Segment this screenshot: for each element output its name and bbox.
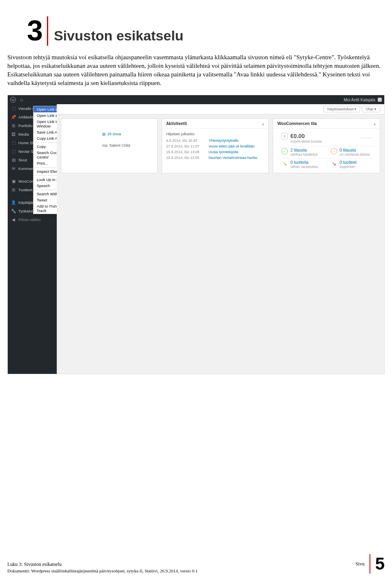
card-title: WooCommercen tila <box>277 121 317 126</box>
sidebar-item-label: Tuotteet <box>18 188 33 192</box>
sales-amount: €0.00 <box>290 133 322 139</box>
dashboard-card-woocommerce: WooCommercen tila ▴ ⫾ €0.00 myynti tässä… <box>273 118 380 173</box>
footer-red-divider <box>370 554 370 574</box>
stock-down-icon: ↘ <box>281 160 288 167</box>
chapter-number: 3 <box>27 16 48 46</box>
sidebar-item-label: Työkalut <box>18 209 33 213</box>
activity-time: 15.8.2014, klo 12:05 <box>166 156 205 160</box>
sidebar-item-label: Käyttäjät <box>18 200 33 205</box>
pages-icon: ▤ <box>102 132 106 136</box>
wp-main-area: Näyttöasetukset ▾ Ohje ▾ ▤ 28 sivua ma: … <box>57 104 384 374</box>
sidebar-item-icon: 📌 <box>11 115 16 119</box>
low-stock-link[interactable]: 0 tuotteita <box>290 160 318 165</box>
home-icon[interactable]: ⌂ <box>20 97 23 103</box>
sidebar-item-icon: ⬚ <box>11 149 16 154</box>
sidebar-item-icon: ◀ <box>11 217 16 222</box>
sidebar-item-icon: 👤 <box>11 200 16 205</box>
card-title: Aktiviteetti <box>166 121 187 126</box>
sales-sub: myynti tässä kuussa <box>290 139 322 143</box>
chapter-header: 3 Sivuston esikatselu <box>27 16 385 46</box>
sidebar-item-icon: 🔧 <box>11 209 16 213</box>
out-of-stock-link[interactable]: 0 tuotteet <box>340 160 357 165</box>
activity-time: 15.8.2014, klo 13:08 <box>166 150 205 154</box>
activity-post-link[interactable]: Uusia työntekijöitä <box>209 150 238 154</box>
sidebar-item[interactable]: ◀Piilota valikko <box>8 215 57 224</box>
orders-processing-link[interactable]: 2 tilausta <box>290 148 317 152</box>
sidebar-item-label: Artikkelit <box>18 115 33 119</box>
footer-chapter: Luku 3: Sivuston esikatselu <box>7 561 198 568</box>
help-tab[interactable]: Ohje ▾ <box>362 106 380 112</box>
wordpress-screenshot: W ⌂ Moi Antti Katajala ⬚Vieraile siv📌Art… <box>7 95 385 374</box>
orders-onhold-link[interactable]: 0 tilausta <box>340 148 370 152</box>
wordpress-logo-icon[interactable]: W <box>10 97 16 103</box>
card-collapse-icon[interactable]: ▴ <box>262 121 264 126</box>
dashboard-card-activity: Aktiviteetti ▴ Hiljattain julkaistu 9.9.… <box>162 118 269 173</box>
stock-out-icon: ↘ <box>331 160 337 167</box>
theme-text: ma: Salient Child. <box>102 143 153 147</box>
activity-post-link[interactable]: Yhteistyöyrityksille <box>209 139 239 143</box>
activity-time: 27.8.2014, klo 11:07 <box>166 144 205 148</box>
sidebar-item-icon: ⊞ <box>11 123 16 128</box>
sidebar-item-label: Portfolio <box>18 123 33 128</box>
footer-document-info: Dokumentti: Wordpress sisällönhallintajä… <box>7 568 198 574</box>
body-paragraph-1: Sivustoon tehtyjä muutoksia voi esikatse… <box>7 53 385 87</box>
sidebar-item-label: Media <box>18 132 29 136</box>
sidebar-item-icon: ⬚ <box>11 141 16 145</box>
activity-time: 9.9.2014, klo 16:42 <box>166 139 205 143</box>
dashboard-card-ataglance: ▤ 28 sivua ma: Salient Child. <box>61 118 158 173</box>
minus-icon: − <box>331 148 337 154</box>
sidebar-item-label: Piilota valikko <box>18 218 41 222</box>
activity-row: 9.9.2014, klo 16:42Yhteistyöyrityksille <box>166 138 265 143</box>
wp-screen-tabs: Näyttöasetukset ▾ Ohje ▾ <box>57 104 384 114</box>
footer-page-number: 5 <box>375 554 385 574</box>
greeting-text[interactable]: Moi Antti Katajala <box>344 98 375 102</box>
sparkline <box>359 138 372 138</box>
sidebar-item-icon: ▤ <box>11 158 16 162</box>
sidebar-item-icon: ⊞ <box>11 188 16 192</box>
sidebar-item-icon: ▣ <box>11 179 16 183</box>
sidebar-item-icon: ✉ <box>11 166 16 171</box>
footer-page-label: Sivu <box>356 561 365 567</box>
chapter-title: Sivuston esikatselu <box>48 16 183 42</box>
sidebar-item-icon: ⬚ <box>11 106 16 111</box>
sidebar-item-icon: 🖾 <box>11 132 16 136</box>
activity-subtitle: Hiljattain julkaistu <box>166 132 265 136</box>
wp-admin-topbar: W ⌂ Moi Antti Katajala <box>8 95 384 104</box>
check-icon: ✓ <box>281 148 288 154</box>
activity-post-link[interactable]: Nuorten VertaisVerstas-hanke <box>209 156 258 160</box>
card-collapse-icon[interactable]: ▴ <box>374 121 376 126</box>
pages-count-link[interactable]: 28 sivua <box>107 132 121 136</box>
page-footer: Luku 3: Sivuston esikatselu Dokumentti: … <box>7 554 385 574</box>
activity-row: 27.8.2014, klo 11:07Vuosi sitten pää oli… <box>166 143 265 149</box>
activity-post-link[interactable]: Vuosi sitten pää oli levällään <box>209 144 255 148</box>
activity-row: 15.8.2014, klo 12:05Nuorten VertaisVerst… <box>166 155 265 161</box>
sidebar-item-label: Sivut <box>18 158 27 162</box>
user-avatar-icon[interactable] <box>378 98 382 102</box>
screen-options-tab[interactable]: Näyttöasetukset ▾ <box>323 106 360 112</box>
chart-icon: ⫾ <box>281 133 288 139</box>
activity-row: 15.8.2014, klo 13:08Uusia työntekijöitä <box>166 149 265 155</box>
